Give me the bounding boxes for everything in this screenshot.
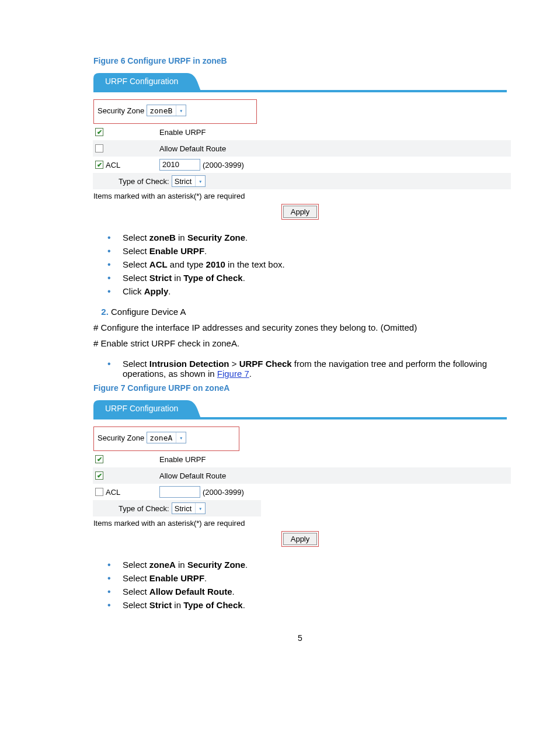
nav-instruction: Select Intrusion Detection > URPF Check …: [93, 359, 507, 379]
fig6-config-box: Security Zone zoneB ▾: [93, 99, 257, 124]
acl-range: (2000-3999): [203, 161, 244, 169]
acl-label: ACL: [106, 488, 120, 497]
security-zone-label: Security Zone: [98, 106, 144, 115]
urpf-tab-label: URPF Configuration: [105, 77, 178, 86]
acl-checkbox[interactable]: ✔: [95, 161, 103, 169]
instruction-list-1: Select zoneB in Security Zone. Select En…: [93, 233, 507, 296]
list-item: Select Allow Default Route.: [118, 587, 507, 597]
security-zone-label: Security Zone: [98, 434, 144, 442]
type-of-check-select[interactable]: Strict ▾: [172, 175, 206, 187]
svg-rect-1: [93, 417, 507, 419]
chevron-down-icon: ▾: [176, 105, 186, 116]
enable-urpf-checkbox[interactable]: ✔: [95, 128, 103, 136]
list-item: Select zoneA in Security Zone.: [118, 560, 507, 570]
acl-range: (2000-3999): [203, 488, 244, 497]
list-item: Select Enable URPF.: [118, 573, 507, 583]
type-of-check-select[interactable]: Strict ▾: [172, 502, 206, 514]
required-hint: Items marked with an asterisk(*) are req…: [93, 192, 507, 200]
apply-button[interactable]: Apply: [281, 204, 319, 220]
list-item: Select ACL and type 2010 in the text box…: [118, 259, 507, 269]
urpf-tab-label: URPF Configuration: [105, 404, 178, 413]
acl-checkbox[interactable]: [95, 488, 103, 496]
svg-rect-0: [93, 90, 507, 92]
page-number: 5: [93, 633, 507, 643]
allow-default-label: Allow Default Route: [159, 471, 253, 480]
list-item: Select zoneB in Security Zone.: [118, 233, 507, 242]
chevron-down-icon: ▾: [176, 432, 186, 443]
list-item: Select Intrusion Detection > URPF Check …: [118, 359, 507, 379]
allow-default-checkbox[interactable]: [95, 144, 103, 152]
acl-input[interactable]: 2010: [159, 159, 200, 171]
required-hint: Items marked with an asterisk(*) are req…: [93, 519, 507, 528]
figure-7-title: Figure 7 Configure URPF on zoneA: [93, 383, 507, 393]
chevron-down-icon: ▾: [195, 176, 205, 186]
document-page: Figure 6 Configure URPF in zoneB URPF Co…: [0, 0, 557, 666]
instruction-list-2: Select zoneA in Security Zone. Select En…: [93, 560, 507, 610]
step-list: Configure Device A: [93, 307, 507, 317]
enable-urpf-label: Enable URPF: [159, 128, 253, 137]
list-item: Select Strict in Type of Check.: [118, 600, 507, 610]
paragraph: # Configure the interface IP addresses a…: [93, 322, 507, 332]
urpf-tab-header: URPF Configuration: [93, 71, 507, 92]
list-item: Select Enable URPF.: [118, 246, 507, 256]
enable-urpf-label: Enable URPF: [159, 455, 253, 464]
security-zone-select[interactable]: zoneB ▾: [147, 105, 186, 116]
enable-urpf-checkbox[interactable]: ✔: [95, 455, 103, 463]
figure-7-link[interactable]: Figure 7: [217, 369, 249, 379]
security-zone-select[interactable]: zoneA ▾: [147, 432, 186, 443]
paragraph: # Enable strict URPF check in zoneA.: [93, 338, 507, 348]
type-of-check-label: Type of Check:: [119, 177, 169, 186]
step-2: Configure Device A: [111, 307, 507, 317]
fig7-config-box: Security Zone zoneA ▾: [93, 426, 239, 451]
apply-button[interactable]: Apply: [281, 531, 319, 547]
urpf-tab-header-2: URPF Configuration: [93, 398, 507, 419]
list-item: Click Apply.: [118, 286, 507, 296]
allow-default-checkbox[interactable]: ✔: [95, 471, 103, 480]
acl-label: ACL: [106, 161, 120, 169]
acl-input[interactable]: [159, 486, 200, 498]
type-of-check-label: Type of Check:: [119, 504, 169, 513]
chevron-down-icon: ▾: [195, 503, 205, 514]
figure-6-title: Figure 6 Configure URPF in zoneB: [93, 56, 507, 65]
allow-default-label: Allow Default Route: [159, 144, 253, 153]
list-item: Select Strict in Type of Check.: [118, 273, 507, 283]
